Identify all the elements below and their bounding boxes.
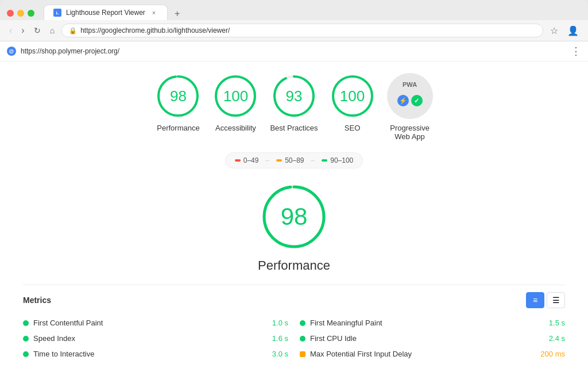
legend-red: 0–49 (235, 156, 259, 164)
account-button[interactable]: 👤 (565, 24, 581, 37)
pwa-badge: PWA ⚡ ✓ (387, 73, 433, 119)
score-card-best-practices[interactable]: 93 Best Practices (270, 73, 318, 132)
legend-dot-green (322, 159, 327, 162)
home-button[interactable]: ⌂ (48, 25, 57, 36)
legend-pill: 0–49 – 50–89 – 90–100 (225, 152, 363, 168)
metric-row-fcp: First Contentful Paint 1.0 s (23, 315, 288, 331)
view-toggles: ≡ ☰ (526, 292, 565, 308)
legend-label-red: 0–49 (243, 156, 259, 164)
lock-icon: 🔒 (69, 27, 77, 34)
metric-dot-fcp (23, 320, 29, 326)
tab-close-button[interactable]: × (150, 9, 158, 17)
metric-name-fmp: First Meaningful Paint (310, 319, 544, 327)
pwa-icons: ⚡ ✓ (397, 95, 423, 106)
metrics-col-left: First Contentful Paint 1.0 s Speed Index… (23, 315, 288, 362)
big-score-label: Performance (258, 258, 330, 273)
forward-button[interactable]: › (19, 24, 26, 37)
legend-sep-1: – (265, 156, 269, 164)
metric-dot-tti (23, 351, 29, 357)
reload-button[interactable]: ↻ (32, 25, 43, 36)
site-bar: @ https://shop.polymer-project.org/ ⋮ (0, 41, 588, 62)
metric-dot-mpfid (300, 351, 305, 357)
pwa-label: ProgressiveWeb App (390, 124, 430, 141)
score-card-accessibility[interactable]: 100 Accessibility (212, 73, 258, 132)
legend-sep-2: – (311, 156, 315, 164)
active-tab[interactable]: L Lighthouse Report Viewer × (44, 5, 168, 20)
legend-dot-red (235, 159, 241, 162)
score-card-seo[interactable]: 100 SEO (330, 73, 376, 132)
big-score-value: 98 (281, 203, 308, 231)
score-card-pwa[interactable]: PWA ⚡ ✓ ProgressiveWeb App (387, 73, 433, 141)
bookmark-button[interactable]: ☆ (548, 24, 560, 37)
metric-value-mpfid: 200 ms (540, 350, 565, 358)
metric-dot-si (23, 336, 29, 342)
metric-row-mpfid: Max Potential First Input Delay 200 ms (300, 346, 565, 362)
metric-value-fmp: 1.5 s (549, 319, 565, 327)
site-url: https://shop.polymer-project.org/ (21, 47, 119, 55)
new-tab-button[interactable]: + (170, 9, 184, 19)
big-score-section: 98 Performance (23, 182, 565, 273)
score-card-performance[interactable]: 98 Performance (155, 73, 201, 132)
metric-row-tti: Time to Interactive 3.0 s (23, 346, 288, 362)
legend-label-orange: 50–89 (285, 156, 304, 164)
metric-dot-fci (300, 336, 305, 342)
metric-dot-fmp (300, 320, 305, 326)
page-content: 98 Performance 100 Accessibility (0, 62, 588, 368)
url-text: https://googlechrome.github.io/lighthous… (80, 26, 230, 34)
score-circle-performance: 98 (155, 73, 201, 119)
maximize-button[interactable] (28, 10, 34, 17)
legend-label-green: 90–100 (330, 156, 353, 164)
metric-row-fci: First CPU Idle 2.4 s (300, 331, 565, 346)
metrics-grid: First Contentful Paint 1.0 s Speed Index… (23, 315, 565, 362)
legend-dot-orange (276, 159, 282, 162)
minimize-button[interactable] (17, 10, 24, 17)
seo-score-value: 100 (340, 87, 365, 105)
more-options-button[interactable]: ⋮ (571, 45, 581, 57)
metric-name-mpfid: Max Potential First Input Delay (310, 350, 536, 358)
metric-value-tti: 3.0 s (272, 350, 288, 358)
score-circle-accessibility: 100 (212, 73, 258, 119)
performance-label: Performance (157, 124, 199, 132)
metric-name-fci: First CPU Idle (310, 334, 544, 343)
metric-value-fci: 2.4 s (549, 334, 565, 343)
legend-green: 90–100 (322, 156, 353, 164)
pwa-icon-fast: ⚡ (397, 95, 409, 106)
metrics-col-right: First Meaningful Paint 1.5 s First CPU I… (300, 315, 565, 362)
close-button[interactable] (7, 10, 14, 17)
metric-name-si: Speed Index (33, 334, 268, 343)
legend: 0–49 – 50–89 – 90–100 (23, 152, 565, 168)
metric-value-si: 1.6 s (272, 334, 288, 343)
score-circle-best-practices: 93 (271, 73, 317, 119)
seo-label: SEO (345, 124, 360, 132)
tab-favicon: L (53, 9, 61, 17)
metrics-section: Metrics ≡ ☰ First Contentful Paint 1.0 s (23, 285, 565, 368)
tab-title: Lighthouse Report Viewer (66, 9, 145, 17)
legend-orange: 50–89 (276, 156, 304, 164)
view-toggle-list[interactable]: ☰ (547, 292, 565, 308)
pwa-text: PWA (403, 81, 417, 88)
metrics-header: Metrics ≡ ☰ (23, 292, 565, 308)
accessibility-label: Accessibility (215, 124, 256, 132)
address-bar-row: ‹ › ↻ ⌂ 🔒 https://googlechrome.github.io… (0, 20, 588, 41)
performance-score-value: 98 (170, 87, 187, 105)
metric-name-fcp: First Contentful Paint (33, 319, 268, 327)
accessibility-score-value: 100 (223, 87, 248, 105)
site-info: @ https://shop.polymer-project.org/ (7, 47, 119, 56)
view-toggle-bar[interactable]: ≡ (526, 292, 544, 308)
back-button[interactable]: ‹ (7, 24, 14, 37)
site-favicon: @ (7, 47, 16, 56)
best-practices-score-value: 93 (286, 87, 303, 105)
metric-row-si: Speed Index 1.6 s (23, 331, 288, 346)
metric-row-fmp: First Meaningful Paint 1.5 s (300, 315, 565, 331)
address-bar[interactable]: 🔒 https://googlechrome.github.io/lightho… (61, 24, 543, 37)
score-circle-seo: 100 (330, 73, 376, 119)
big-score-circle: 98 (260, 182, 328, 251)
pwa-icon-check: ✓ (411, 95, 423, 106)
metric-value-fcp: 1.0 s (272, 319, 288, 327)
metrics-title: Metrics (23, 296, 51, 305)
metric-name-tti: Time to Interactive (33, 350, 268, 358)
score-cards: 98 Performance 100 Accessibility (23, 73, 565, 141)
best-practices-label: Best Practices (270, 124, 318, 132)
